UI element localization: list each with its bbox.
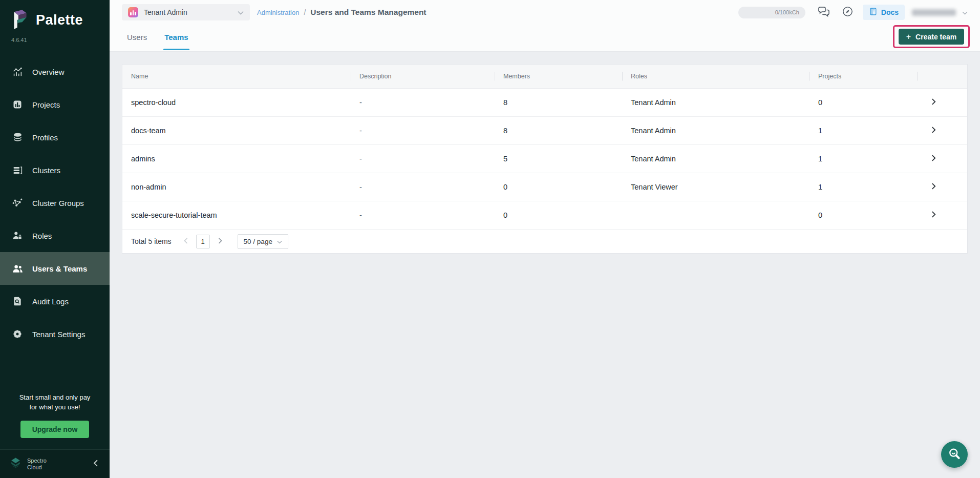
- sidebar-item-label: Tenant Settings: [32, 330, 85, 339]
- sidebar-item-roles[interactable]: Roles: [0, 219, 110, 252]
- sidebar-item-cluster-groups[interactable]: Cluster Groups: [0, 186, 110, 219]
- breadcrumb-administration-link[interactable]: Administration: [257, 9, 299, 16]
- teams-table: Name Description Members Roles Projects …: [122, 64, 968, 254]
- tenant-scope-selector[interactable]: Tenant Admin: [122, 4, 250, 20]
- table-row[interactable]: docs-team - 8 Tenant Admin 1: [122, 117, 967, 145]
- cell-name: spectro-cloud: [122, 98, 351, 107]
- tab-users[interactable]: Users: [126, 23, 148, 51]
- page-number-button[interactable]: 1: [196, 235, 210, 248]
- tab-users-label: Users: [127, 33, 147, 41]
- app-logo: Palette: [10, 8, 110, 32]
- sidebar-item-label: Clusters: [32, 166, 60, 175]
- column-header-actions: [917, 65, 967, 88]
- cell-description: -: [351, 98, 495, 107]
- row-expand-button[interactable]: [917, 98, 967, 107]
- upgrade-now-button[interactable]: Upgrade now: [20, 421, 90, 438]
- chevron-left-icon: [184, 238, 188, 245]
- row-expand-button[interactable]: [917, 154, 967, 163]
- profiles-icon: [11, 131, 24, 143]
- palette-logo-icon: [10, 8, 30, 32]
- brand-name: Spectro Cloud: [27, 458, 47, 470]
- next-page-button[interactable]: [215, 235, 225, 248]
- magnifier-smile-icon: [947, 447, 962, 463]
- sidebar-item-overview[interactable]: Overview: [0, 55, 110, 88]
- page-header: Tenant Admin Administration / Users and …: [110, 0, 980, 52]
- user-account-menu[interactable]: [912, 9, 968, 16]
- upgrade-promo: Start small and only pay for what you us…: [0, 393, 110, 412]
- table-row[interactable]: spectro-cloud - 8 Tenant Admin 0: [122, 89, 967, 117]
- page-size-select[interactable]: 50 / page: [238, 234, 288, 249]
- row-expand-button[interactable]: [917, 182, 967, 192]
- promo-line2: for what you use!: [7, 403, 102, 412]
- sidebar-item-label: Users & Teams: [32, 264, 87, 273]
- topbar: Tenant Admin Administration / Users and …: [110, 0, 980, 23]
- chevron-right-icon: [931, 154, 936, 163]
- tab-bar: Users Teams: [110, 23, 980, 51]
- sidebar-item-clusters[interactable]: Clusters: [0, 154, 110, 186]
- column-header-projects: Projects: [809, 65, 917, 88]
- sidebar-item-label: Overview: [32, 68, 65, 76]
- docs-button[interactable]: Docs: [863, 5, 905, 20]
- sidebar-item-label: Audit Logs: [32, 297, 69, 306]
- chevron-down-icon: [962, 9, 968, 16]
- cell-roles: Tenant Admin: [622, 155, 809, 163]
- chevron-right-icon: [931, 211, 936, 220]
- sidebar-item-label: Roles: [32, 232, 52, 240]
- table-row[interactable]: scale-secure-tutorial-team - 0 0: [122, 201, 967, 230]
- app-name: Palette: [36, 12, 83, 28]
- cell-name: scale-secure-tutorial-team: [122, 211, 351, 219]
- tab-teams[interactable]: Teams: [163, 23, 189, 51]
- cell-name: non-admin: [122, 183, 351, 191]
- brand-top: Spectro: [27, 458, 47, 464]
- tenant-scope-label: Tenant Admin: [144, 8, 232, 16]
- sidebar-item-projects[interactable]: Projects: [0, 88, 110, 121]
- previous-page-button[interactable]: [181, 235, 191, 248]
- cell-name: admins: [122, 155, 351, 163]
- cluster-groups-icon: [11, 197, 24, 209]
- sidebar-footer: Spectro Cloud: [0, 449, 110, 478]
- clusters-icon: [11, 164, 24, 176]
- create-team-button[interactable]: + Create team: [899, 29, 965, 45]
- feedback-chat-button[interactable]: [817, 6, 830, 19]
- table-row[interactable]: admins - 5 Tenant Admin 1: [122, 145, 967, 173]
- tab-teams-label: Teams: [164, 33, 188, 41]
- sidebar-item-label: Profiles: [32, 133, 58, 142]
- breadcrumb-separator: /: [304, 8, 306, 16]
- help-widget-button[interactable]: [941, 441, 968, 468]
- cell-members: 5: [495, 155, 622, 163]
- column-header-roles: Roles: [622, 65, 809, 88]
- page-title: Users and Teams Management: [310, 8, 426, 17]
- cell-roles: Tenant Viewer: [622, 183, 809, 191]
- chevron-right-icon: [931, 98, 936, 107]
- sidebar: Palette 4.6.41 Overview: [0, 0, 110, 478]
- cell-members: 8: [495, 98, 622, 107]
- pagination-bar: Total 5 items 1 50 / page: [122, 230, 967, 253]
- page-size-label: 50 / page: [244, 238, 272, 245]
- tenant-settings-icon: [11, 328, 24, 340]
- cell-description: -: [351, 183, 495, 191]
- sidebar-item-tenant-settings[interactable]: Tenant Settings: [0, 318, 110, 350]
- cell-description: -: [351, 155, 495, 163]
- row-expand-button[interactable]: [917, 126, 967, 135]
- sidebar-item-profiles[interactable]: Profiles: [0, 121, 110, 154]
- cell-description: -: [351, 127, 495, 135]
- sidebar-item-audit-logs[interactable]: Audit Logs: [0, 285, 110, 318]
- brand-bottom: Cloud: [27, 464, 47, 471]
- sidebar-item-users-teams[interactable]: Users & Teams: [0, 252, 110, 285]
- collapse-sidebar-button[interactable]: [91, 458, 100, 470]
- cell-projects: 1: [809, 183, 917, 191]
- row-expand-button[interactable]: [917, 211, 967, 220]
- table-header-row: Name Description Members Roles Projects: [122, 65, 967, 89]
- explore-compass-button[interactable]: [842, 6, 854, 19]
- user-name-redacted: [912, 9, 956, 16]
- table-row[interactable]: non-admin - 0 Tenant Viewer 1: [122, 173, 967, 201]
- usage-quota-badge: 0/100kCh: [738, 7, 805, 18]
- book-icon: [869, 7, 878, 17]
- compass-icon: [842, 6, 854, 19]
- spectro-cloud-logo-icon: [9, 456, 22, 471]
- users-teams-icon: [11, 262, 24, 275]
- cell-projects: 0: [809, 98, 917, 107]
- column-header-members: Members: [495, 65, 622, 88]
- chevron-left-icon: [93, 460, 98, 468]
- chevron-right-icon: [218, 238, 222, 245]
